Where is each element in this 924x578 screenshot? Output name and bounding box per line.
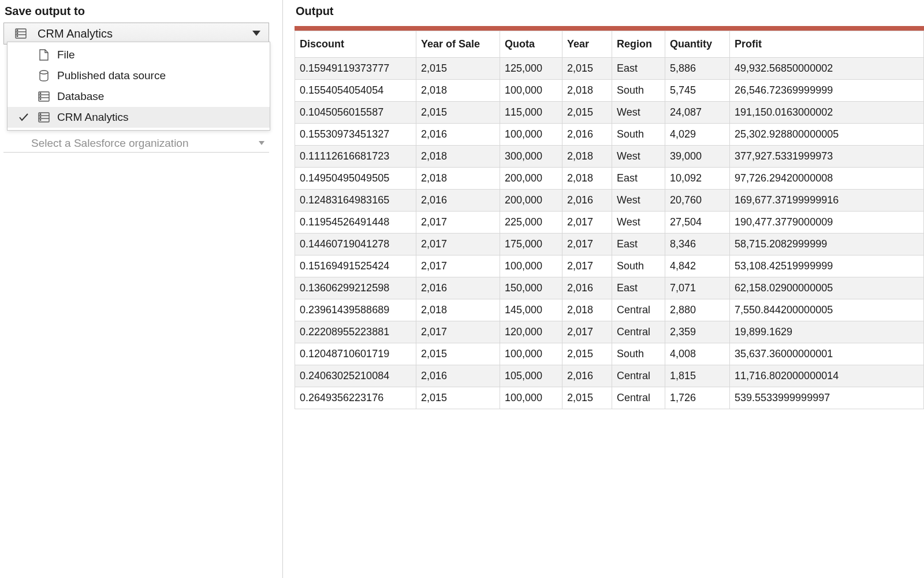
table-cell: 0.11112616681723 [295, 146, 416, 168]
table-cell: 2,017 [416, 321, 500, 343]
table-cell: Central [612, 299, 665, 321]
table-row: 0.10450560155872,015115,0002,015West24,0… [295, 102, 924, 124]
table-cell: 377,927.5331999973 [730, 146, 924, 168]
table-cell: 0.22208955223881 [295, 321, 416, 343]
table-cell: South [612, 255, 665, 277]
table-cell: East [612, 58, 665, 80]
save-output-menu: FilePublished data sourceDatabaseCRM Ana… [7, 42, 270, 131]
table-cell: 150,000 [500, 277, 562, 299]
table-row: 0.151694915254242,017100,0002,017South4,… [295, 255, 924, 277]
table-cell: 2,018 [562, 168, 612, 190]
table-cell: 539.5533999999997 [730, 387, 924, 409]
menu-item-crm-analytics[interactable]: CRM Analytics [8, 107, 270, 128]
save-output-selected-label: CRM Analytics [38, 27, 113, 40]
table-cell: 175,000 [500, 234, 562, 255]
table-cell: 2,018 [416, 146, 500, 168]
svg-point-5 [17, 36, 18, 37]
column-header[interactable]: Year of Sale [416, 31, 500, 58]
table-cell: 2,015 [562, 387, 612, 409]
table-cell: 2,017 [562, 255, 612, 277]
table-row: 0.155309734513272,016100,0002,016South4,… [295, 124, 924, 146]
column-header[interactable]: Quota [500, 31, 562, 58]
svg-point-4 [17, 33, 18, 34]
table-cell: 5,886 [665, 58, 730, 80]
table-cell: 125,000 [500, 58, 562, 80]
table-cell: 24,087 [665, 102, 730, 124]
table-cell: 0.1554054054054 [295, 80, 416, 102]
table-cell: 25,302.928800000005 [730, 124, 924, 146]
svg-point-18 [40, 117, 41, 118]
table-cell: 10,092 [665, 168, 730, 190]
table-cell: 2,017 [416, 255, 500, 277]
table-cell: 19,899.1629 [730, 321, 924, 343]
table-cell: 2,016 [562, 124, 612, 146]
column-header[interactable]: Region [612, 31, 665, 58]
chevron-down-icon [252, 31, 260, 36]
table-cell: South [612, 343, 665, 365]
table-cell: 190,477.3779000009 [730, 212, 924, 234]
table-cell: 7,071 [665, 277, 730, 299]
cylinder-icon [38, 69, 50, 82]
table-cell: 2,016 [562, 365, 612, 387]
table-cell: 0.1045056015587 [295, 102, 416, 124]
table-cell: 2,015 [562, 102, 612, 124]
table-cell: 4,029 [665, 124, 730, 146]
menu-item-label: CRM Analytics [57, 111, 129, 124]
table-cell: 58,715.2082999999 [730, 234, 924, 255]
table-cell: South [612, 80, 665, 102]
table-cell: 115,000 [500, 102, 562, 124]
table-cell: Central [612, 365, 665, 387]
table-cell: 53,108.42519999999 [730, 255, 924, 277]
table-cell: Central [612, 387, 665, 409]
table-cell: 191,150.0163000002 [730, 102, 924, 124]
table-cell: West [612, 146, 665, 168]
table-row: 0.240630252100842,016105,0002,016Central… [295, 365, 924, 387]
table-cell: 225,000 [500, 212, 562, 234]
column-header[interactable]: Quantity [665, 31, 730, 58]
table-cell: 0.11954526491448 [295, 212, 416, 234]
svg-marker-20 [259, 141, 264, 145]
save-output-title: Save output to [5, 5, 277, 18]
salesforce-org-dropdown[interactable]: Select a Salesforce organization [3, 137, 269, 153]
menu-item-file[interactable]: File [8, 45, 270, 65]
table-cell: 0.12048710601719 [295, 343, 416, 365]
table-cell: 2,018 [416, 168, 500, 190]
table-cell: 2,016 [416, 277, 500, 299]
table-row: 0.26493562231762,015100,0002,015Central1… [295, 387, 924, 409]
table-cell: 39,000 [665, 146, 730, 168]
table-cell: West [612, 190, 665, 212]
svg-point-7 [40, 71, 48, 74]
table-row: 0.119545264914482,017225,0002,017West27,… [295, 212, 924, 234]
output-panel: Output DiscountYear of SaleQuotaYearRegi… [283, 0, 924, 578]
table-cell: 2,018 [562, 80, 612, 102]
table-cell: West [612, 102, 665, 124]
svg-point-19 [40, 120, 41, 121]
table-cell: East [612, 277, 665, 299]
table-cell: 100,000 [500, 343, 562, 365]
menu-item-label: File [57, 49, 75, 61]
column-header[interactable]: Discount [295, 31, 416, 58]
table-cell: 7,550.844200000005 [730, 299, 924, 321]
menu-item-label: Published data source [57, 69, 166, 82]
table-cell: 20,760 [665, 190, 730, 212]
table-cell: 2,018 [416, 299, 500, 321]
table-cell: 2,880 [665, 299, 730, 321]
column-header[interactable]: Profit [730, 31, 924, 58]
svg-point-13 [40, 99, 41, 100]
salesforce-org-placeholder: Select a Salesforce organization [31, 137, 189, 150]
table-cell: 120,000 [500, 321, 562, 343]
table-cell: 2,015 [416, 58, 500, 80]
table-cell: 2,015 [562, 343, 612, 365]
column-header[interactable]: Year [562, 31, 612, 58]
menu-item-published-data-source[interactable]: Published data source [8, 65, 270, 86]
menu-item-database[interactable]: Database [8, 86, 270, 107]
table-cell: 0.24063025210084 [295, 365, 416, 387]
table-cell: West [612, 212, 665, 234]
database-icon [14, 27, 27, 40]
table-cell: 2,017 [416, 212, 500, 234]
output-title: Output [296, 5, 924, 18]
output-table: DiscountYear of SaleQuotaYearRegionQuant… [295, 31, 924, 409]
svg-marker-6 [252, 31, 260, 36]
table-cell: 4,842 [665, 255, 730, 277]
table-cell: 97,726.29420000008 [730, 168, 924, 190]
